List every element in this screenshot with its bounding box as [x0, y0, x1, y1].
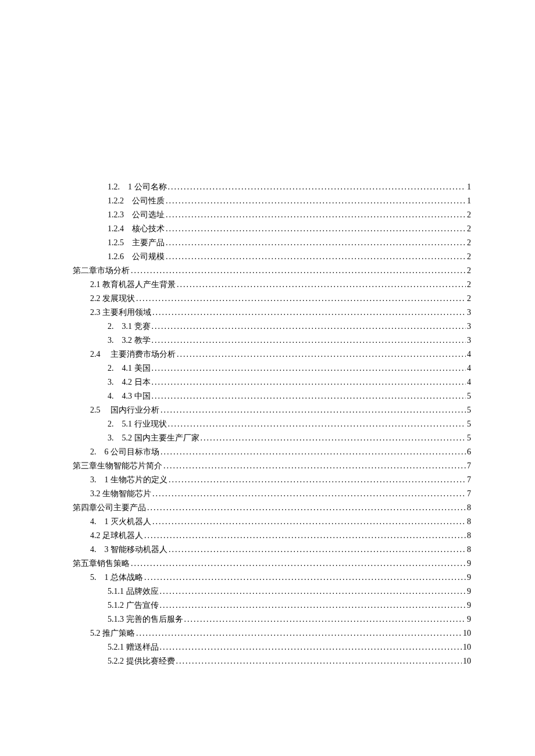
toc-page-number: 5 [467, 417, 471, 431]
toc-label: 5.1.3 完善的售后服务 [108, 612, 183, 626]
toc-label: 2.2 发展现状 [90, 292, 135, 306]
toc-label: 5.2.2 提供比赛经费 [108, 654, 175, 668]
toc-page-number: 3 [467, 306, 471, 320]
toc-leader-dots [152, 389, 466, 403]
toc-page-number: 4 [467, 361, 471, 375]
toc-leader-dots [131, 264, 466, 278]
toc-entry: 1.2.6 公司规模2 [73, 250, 471, 264]
toc-page-number: 2 [467, 278, 471, 292]
toc-entry: 4. 4.3 中国5 [73, 389, 471, 403]
toc-leader-dots [166, 208, 466, 222]
toc-leader-dots [166, 236, 466, 250]
toc-entry: 4. 1 灭火机器人8 [73, 515, 471, 529]
toc-entry: 5.2.1 赠送样品10 [73, 640, 471, 654]
toc-leader-dots [152, 515, 466, 529]
toc-page-number: 8 [467, 529, 471, 543]
toc-label: 2.4 主要消费市场分析 [90, 347, 176, 361]
toc-page-number: 9 [467, 612, 471, 626]
toc-page-number: 8 [467, 543, 471, 557]
toc-page-number: 5 [467, 389, 471, 403]
toc-entry: 1.2.5 主要产品2 [73, 236, 471, 250]
toc-label: 2.5 国内行业分析 [90, 403, 159, 417]
toc-label: 3. 1 生物芯片的定义 [90, 473, 167, 487]
toc-label: 4. 3 智能移动机器人 [90, 543, 167, 557]
toc-entry: 5.1.1 品牌效应9 [73, 585, 471, 599]
toc-label: 5. 1 总体战略 [90, 571, 143, 585]
toc-entry: 5.2 推广策略10 [73, 626, 471, 640]
toc-entry: 3. 1 生物芯片的定义7 [73, 473, 471, 487]
toc-entry: 2.1 教育机器人产生背景2 [73, 278, 471, 292]
toc-entry: 第二章市场分析2 [73, 264, 471, 278]
toc-entry: 5.2.2 提供比赛经费10 [73, 654, 471, 668]
toc-leader-dots [163, 459, 466, 473]
toc-entry: 2. 4.1 美国4 [73, 361, 471, 375]
toc-entry: 2. 6 公司目标市场6 [73, 445, 471, 459]
toc-entry: 2.2 发展现状2 [73, 292, 471, 306]
toc-page-number: 2 [467, 222, 471, 236]
toc-label: 2.3 主要利用领域 [90, 306, 151, 320]
toc-label: 4. 4.3 中国 [108, 389, 151, 403]
toc-entry: 4. 3 智能移动机器人8 [73, 543, 471, 557]
toc-leader-dots [166, 250, 466, 264]
toc-label: 5.2.1 赠送样品 [108, 640, 159, 654]
toc-page-number: 2 [467, 208, 471, 222]
toc-page-number: 9 [467, 571, 471, 585]
toc-leader-dots [144, 571, 466, 585]
toc-leader-dots [201, 431, 466, 445]
toc-label: 5.2 推广策略 [90, 626, 135, 640]
toc-entry: 1.2. 1 公司名称1 [73, 180, 471, 194]
toc-label: 3. 4.2 日本 [108, 375, 151, 389]
toc-leader-dots [160, 640, 462, 654]
toc-label: 1.2.5 主要产品 [108, 236, 165, 250]
toc-label: 2.1 教育机器人产生背景 [90, 278, 176, 292]
toc-label: 第二章市场分析 [73, 264, 130, 278]
toc-leader-dots [177, 347, 466, 361]
toc-entry: 5. 1 总体战略9 [73, 571, 471, 585]
toc-entry: 1.2.3 公司选址2 [73, 208, 471, 222]
toc-leader-dots [168, 417, 466, 431]
toc-entry: 5.1.3 完善的售后服务9 [73, 612, 471, 626]
toc-page-number: 4 [467, 375, 471, 389]
toc-leader-dots [152, 361, 466, 375]
toc-page-number: 2 [467, 292, 471, 306]
toc-page-number: 7 [467, 473, 471, 487]
toc-leader-dots [131, 557, 466, 571]
toc-label: 1.2. 1 公司名称 [108, 180, 167, 194]
toc-page-number: 8 [467, 501, 471, 515]
toc-entry: 3. 4.2 日本4 [73, 375, 471, 389]
toc-page-number: 2 [467, 250, 471, 264]
toc-page-number: 10 [463, 654, 471, 668]
toc-label: 第三章生物智能芯片简介 [73, 459, 162, 473]
toc-entry: 2.5 国内行业分析5 [73, 403, 471, 417]
toc-page-number: 5 [467, 403, 471, 417]
toc-label: 1.2.4 核心技术 [108, 222, 165, 236]
toc-page-number: 5 [467, 431, 471, 445]
toc-leader-dots [152, 487, 466, 501]
toc-page-number: 3 [467, 334, 471, 347]
toc-entry: 3.2 生物智能芯片7 [73, 487, 471, 501]
toc-entry: 3. 3.2 教学3 [73, 334, 471, 347]
toc-page-number: 10 [463, 626, 471, 640]
toc-entry: 2. 5.1 行业现状5 [73, 417, 471, 431]
toc-label: 5.1.1 品牌效应 [108, 585, 159, 599]
toc-page-number: 9 [467, 585, 471, 599]
toc-leader-dots [160, 403, 466, 417]
toc-entry: 2.4 主要消费市场分析4 [73, 347, 471, 361]
toc-page-number: 8 [467, 515, 471, 529]
toc-leader-dots [166, 194, 466, 208]
toc-label: 3. 3.2 教学 [108, 334, 151, 347]
toc-label: 第五章销售策略 [73, 557, 130, 571]
toc-entry: 3. 5.2 国内主要生产厂家5 [73, 431, 471, 445]
toc-label: 1.2.2 公司性质 [108, 194, 165, 208]
toc-label: 1.2.3 公司选址 [108, 208, 165, 222]
toc-entry: 4.2 足球机器人8 [73, 529, 471, 543]
toc-page-number: 4 [467, 347, 471, 361]
table-of-contents: 1.2. 1 公司名称11.2.2 公司性质11.2.3 公司选址21.2.4 … [73, 180, 471, 668]
toc-page-number: 2 [467, 264, 471, 278]
toc-page-number: 1 [467, 180, 471, 194]
toc-leader-dots [152, 320, 466, 334]
toc-leader-dots [136, 626, 462, 640]
toc-page-number: 3 [467, 320, 471, 334]
toc-entry: 第四章公司主要产品8 [73, 501, 471, 515]
toc-leader-dots [147, 501, 466, 515]
